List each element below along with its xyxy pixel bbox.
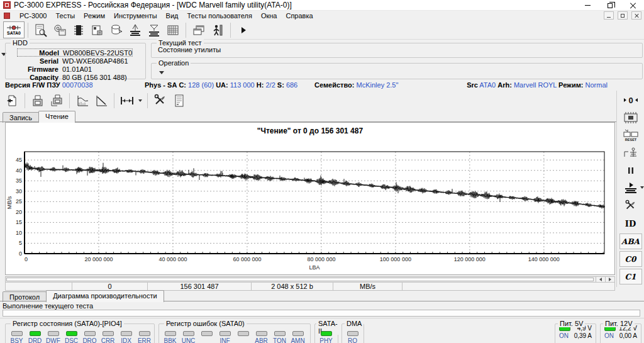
head-stack-icon xyxy=(128,23,142,37)
mdi-close-button[interactable] xyxy=(631,11,641,20)
svg-text:40 000 000: 40 000 000 xyxy=(158,256,187,262)
src-value: ATA0 xyxy=(479,81,496,89)
surface-grid-button[interactable] xyxy=(164,21,182,38)
utility-tests-button[interactable] xyxy=(31,21,50,38)
mdi-restore-button[interactable] xyxy=(618,11,628,20)
mdi-minimize-button[interactable] xyxy=(604,11,614,20)
rom-chip-button[interactable] xyxy=(69,21,88,38)
phys-label: Phys - SA xyxy=(145,81,177,89)
test-settings-button[interactable] xyxy=(151,93,170,110)
more-buttons-button[interactable] xyxy=(234,21,253,38)
chevron-down-icon xyxy=(138,99,142,102)
error-register-group: Регистр ошибок (SATA0) BBK UNC INF ABR T… xyxy=(158,323,311,343)
fw-version-label: Версия F/W ПЗУ xyxy=(5,81,60,89)
power-5v-on-label: ON xyxy=(559,332,569,339)
drive-resources-icon xyxy=(53,23,67,37)
utility-tests-icon xyxy=(34,23,48,37)
menu-tools[interactable]: Инструменты xyxy=(109,11,162,20)
chart-scroll-right-button[interactable] xyxy=(605,277,614,282)
hdd-firmware-row: Firmware 01.01A01 xyxy=(17,65,133,73)
pause-button[interactable] xyxy=(620,162,641,179)
dma-group: DMA RQ xyxy=(341,323,364,343)
toolbar-separator xyxy=(147,93,148,108)
fw-version-block: Версия F/W ПЗУ 00070038 xyxy=(5,81,93,89)
chart-title: "Чтение" от 0 до 156 301 487 xyxy=(6,123,614,135)
heads-cup-button[interactable] xyxy=(107,21,126,38)
restore-button[interactable] xyxy=(599,0,621,11)
protocol-report-button[interactable] xyxy=(170,93,189,110)
chart-scrollbar-thumb[interactable] xyxy=(6,278,594,281)
power-5v-title: Пит. 5V xyxy=(558,320,585,327)
mdi-child-icon xyxy=(4,13,10,19)
arrow-right-icon xyxy=(609,278,611,281)
footer-cell-empty xyxy=(5,282,72,291)
menu-mode[interactable]: Режим xyxy=(79,11,109,20)
led-inf: INF xyxy=(216,331,234,343)
chart-scroll-left-button[interactable] xyxy=(596,277,605,282)
close-button[interactable] xyxy=(621,0,644,11)
hdd-serial-row: Serial WD-WXE608AP4861 xyxy=(17,57,133,65)
utility-toolbar xyxy=(0,91,616,111)
start-test-dropdown[interactable] xyxy=(640,186,644,189)
mdi-minimize-icon xyxy=(607,17,611,18)
led-bbk: BBK xyxy=(161,331,179,343)
graph-line-button[interactable] xyxy=(92,93,111,110)
family-label: Семейство: xyxy=(314,81,354,89)
tab-read[interactable]: Чтение xyxy=(38,111,75,123)
hdd-serial-label: Serial xyxy=(17,57,62,65)
head-stack-button[interactable] xyxy=(126,21,145,38)
led-err: ERR xyxy=(135,331,153,343)
utility-exit-button[interactable] xyxy=(3,93,21,110)
pc3000-window: PC-3000 EXPRESS - Российская Федерация -… xyxy=(0,0,644,343)
menu-windows[interactable]: Окна xyxy=(257,11,282,20)
menu-tests[interactable]: Тесты xyxy=(51,11,79,20)
start-test-button[interactable] xyxy=(620,180,641,196)
more-arrow-icon xyxy=(240,26,247,34)
graph-view-button[interactable] xyxy=(73,93,92,110)
minimize-button[interactable] xyxy=(576,0,599,11)
head-select-icon xyxy=(623,147,638,159)
menu-help[interactable]: Справка xyxy=(281,11,317,20)
c1-register-button[interactable]: C1 xyxy=(619,269,642,284)
save-profile-button[interactable] xyxy=(28,93,47,110)
operation-dropdown[interactable] xyxy=(159,71,164,74)
board-test-button[interactable] xyxy=(88,21,107,38)
save-copy-button[interactable] xyxy=(47,93,66,110)
rom-board-button[interactable] xyxy=(620,110,641,126)
status-register-group: Регистр состояния (SATA0)-[PIO4] BSY DRD… xyxy=(5,323,155,343)
drive-id-button[interactable]: ID xyxy=(620,215,641,232)
tab-performance-diagram[interactable]: Диаграмма производительности xyxy=(46,290,164,302)
arh-value: Marvell ROYL xyxy=(514,81,557,89)
recalibrate-button[interactable]: 0 xyxy=(620,92,641,108)
aba-mode-button[interactable]: ABA xyxy=(619,233,642,249)
toolbar-separator xyxy=(186,23,186,38)
menu-user-tests[interactable]: Тесты пользователя xyxy=(183,11,257,20)
sata-port-button[interactable]: SATA0 xyxy=(3,21,25,38)
performance-chart-panel: "Чтение" от 0 до 156 301 487 05101520253… xyxy=(5,122,615,275)
led-unc: UNC xyxy=(179,331,197,343)
footer-cell-start-lba: 0 xyxy=(72,282,148,291)
exit-utility-button[interactable] xyxy=(208,21,227,38)
start-platter-icon xyxy=(624,182,638,194)
utility-settings-button[interactable] xyxy=(620,198,641,214)
toolbar-separator xyxy=(25,93,25,108)
led-drq: DRQ xyxy=(80,331,99,343)
drive-resources-button[interactable] xyxy=(50,21,69,38)
head-select-button[interactable] xyxy=(620,145,641,161)
toolbar-separator xyxy=(114,93,114,108)
sata-port-icon xyxy=(7,25,21,31)
hdd-model-row[interactable]: Model WD800BEVS-22UST0 xyxy=(17,48,133,57)
sata2-group: SATA-II PHY xyxy=(314,323,338,343)
range-select-button[interactable] xyxy=(118,93,136,110)
range-select-dropdown[interactable] xyxy=(136,93,144,110)
menu-view[interactable]: Вид xyxy=(162,11,183,20)
menu-pc3000[interactable]: PC-3000 xyxy=(15,11,51,20)
c0-register-button[interactable]: C0 xyxy=(619,251,642,267)
translator-button[interactable] xyxy=(145,21,164,38)
tab-write-label: Запись xyxy=(9,114,32,121)
read-speed-chart: 051015202530354045020 000 00040 000 0006… xyxy=(6,135,613,275)
footer-cell-units: MB/s xyxy=(333,282,402,291)
mdi-restore-icon xyxy=(621,14,625,18)
reset-button[interactable]: RESET xyxy=(620,127,641,143)
windows-copy-button[interactable] xyxy=(189,21,208,38)
